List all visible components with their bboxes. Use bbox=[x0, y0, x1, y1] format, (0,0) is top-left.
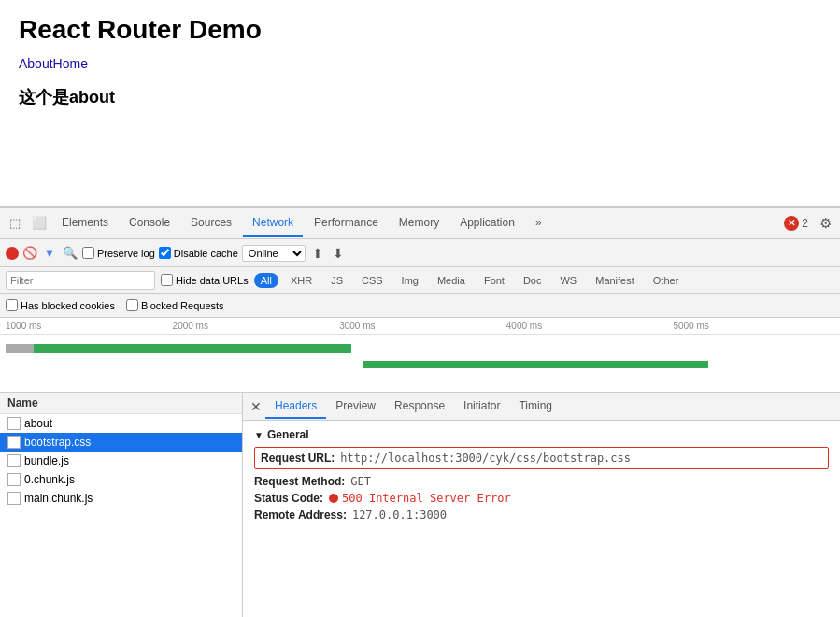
triangle-icon: ▼ bbox=[254, 430, 263, 440]
search-icon[interactable]: 🔍 bbox=[62, 245, 78, 262]
list-item[interactable]: bootstrap.css bbox=[0, 433, 242, 452]
stop-button[interactable]: 🚫 bbox=[22, 246, 37, 261]
list-item[interactable]: main.chunk.js bbox=[0, 489, 242, 508]
request-url-row: Request URL: http://localhost:3000/cyk/c… bbox=[254, 447, 829, 469]
settings-icon[interactable]: ⚙ bbox=[814, 212, 836, 235]
filter-media-button[interactable]: Media bbox=[431, 273, 472, 288]
request-tabs: ✕ Headers Preview Response Initiator Tim… bbox=[243, 393, 840, 421]
file-list-panel: Name about bootstrap.css bundle.js 0.ch bbox=[0, 393, 243, 617]
filter-img-button[interactable]: Img bbox=[395, 273, 425, 288]
blocked-requests-checkbox[interactable] bbox=[126, 299, 138, 311]
list-item[interactable]: bundle.js bbox=[0, 452, 242, 470]
split-panel: Name about bootstrap.css bundle.js 0.ch bbox=[0, 393, 840, 617]
hide-data-urls-text: Hide data URLs bbox=[176, 275, 249, 286]
timeline-bar-row-1 bbox=[6, 344, 840, 353]
filter-css-button[interactable]: CSS bbox=[355, 273, 390, 288]
filter-ws-button[interactable]: WS bbox=[553, 273, 583, 288]
file-name: about bbox=[24, 417, 52, 430]
preserve-log-label[interactable]: Preserve log bbox=[82, 247, 155, 259]
ruler-mark-2: 2000 ms bbox=[173, 321, 340, 331]
request-method-label: Request Method: bbox=[254, 475, 345, 488]
tab-network[interactable]: Network bbox=[243, 210, 303, 237]
filter-input[interactable] bbox=[6, 271, 155, 290]
status-code-row: Status Code: 500 Internal Server Error bbox=[254, 492, 829, 505]
filter-font-button[interactable]: Font bbox=[477, 273, 511, 288]
file-name: main.chunk.js bbox=[24, 492, 93, 505]
remote-address-label: Remote Address: bbox=[254, 509, 347, 522]
request-panel: ✕ Headers Preview Response Initiator Tim… bbox=[243, 393, 840, 617]
file-icon bbox=[7, 454, 21, 467]
general-section-title: ▼ General bbox=[254, 428, 829, 441]
hide-data-urls-label[interactable]: Hide data URLs bbox=[161, 274, 249, 286]
home-link[interactable]: Home bbox=[53, 56, 88, 71]
error-circle-icon: ✕ bbox=[784, 216, 799, 231]
record-button[interactable] bbox=[6, 247, 19, 260]
page-title: React Router Demo bbox=[19, 15, 821, 45]
request-method-row: Request Method: GET bbox=[254, 475, 829, 488]
bar-green bbox=[34, 344, 351, 353]
hide-data-urls-checkbox[interactable] bbox=[161, 274, 173, 286]
body-text: 这个是about bbox=[19, 86, 821, 108]
filter-doc-button[interactable]: Doc bbox=[517, 273, 548, 288]
req-tab-timing[interactable]: Timing bbox=[509, 395, 562, 419]
ruler-mark-5: 5000 ms bbox=[673, 321, 840, 331]
blocked-requests-label[interactable]: Blocked Requests bbox=[126, 299, 224, 311]
req-tab-preview[interactable]: Preview bbox=[326, 395, 385, 419]
tab-more[interactable]: » bbox=[526, 210, 551, 237]
status-code-value: 500 Internal Server Error bbox=[342, 492, 511, 505]
tab-elements[interactable]: Elements bbox=[52, 210, 118, 237]
ruler-mark-3: 3000 ms bbox=[339, 321, 506, 331]
file-name: bundle.js bbox=[24, 454, 69, 467]
has-blocked-cookies-label[interactable]: Has blocked cookies bbox=[6, 299, 115, 311]
file-list-header: Name bbox=[0, 393, 242, 414]
status-dot-icon bbox=[329, 494, 338, 503]
preserve-log-checkbox[interactable] bbox=[82, 247, 94, 259]
second-row-bar bbox=[363, 361, 708, 368]
req-tab-response[interactable]: Response bbox=[385, 395, 454, 419]
has-blocked-cookies-checkbox[interactable] bbox=[6, 299, 18, 311]
file-list-body: about bootstrap.css bundle.js 0.chunk.js… bbox=[0, 414, 242, 617]
inspect-element-icon[interactable]: ⬚ bbox=[4, 212, 26, 235]
blocked-requests-text: Blocked Requests bbox=[141, 300, 224, 311]
nav-links: About Home bbox=[19, 56, 821, 71]
export-icon[interactable]: ⬇ bbox=[330, 245, 347, 262]
import-icon[interactable]: ⬆ bbox=[309, 245, 326, 262]
tab-sources[interactable]: Sources bbox=[181, 210, 241, 237]
bar-gray bbox=[6, 344, 34, 353]
error-badge: ✕ 2 bbox=[784, 216, 808, 231]
tab-console[interactable]: Console bbox=[120, 210, 179, 237]
list-item[interactable]: about bbox=[0, 414, 242, 433]
file-icon bbox=[7, 473, 21, 486]
req-tab-initiator[interactable]: Initiator bbox=[454, 395, 509, 419]
file-icon bbox=[7, 492, 21, 505]
list-item[interactable]: 0.chunk.js bbox=[0, 470, 242, 489]
general-section-label: General bbox=[267, 428, 309, 441]
disable-cache-label[interactable]: Disable cache bbox=[159, 247, 238, 259]
has-blocked-cookies-text: Has blocked cookies bbox=[21, 300, 115, 311]
devtools-tab-bar: ⬚ ⬜ Elements Console Sources Network Per… bbox=[0, 208, 840, 239]
file-icon bbox=[7, 436, 21, 449]
file-name: bootstrap.css bbox=[24, 436, 91, 449]
filter-icon[interactable]: ▼ bbox=[41, 245, 58, 262]
about-link[interactable]: About bbox=[19, 56, 53, 71]
close-panel-button[interactable]: ✕ bbox=[247, 397, 265, 416]
throttle-select[interactable]: Online Fast 3G Slow 3G Offline bbox=[242, 245, 306, 262]
filter-xhr-button[interactable]: XHR bbox=[284, 273, 319, 288]
tab-application[interactable]: Application bbox=[450, 210, 524, 237]
disable-cache-checkbox[interactable] bbox=[159, 247, 171, 259]
tab-memory[interactable]: Memory bbox=[390, 210, 448, 237]
disable-cache-text: Disable cache bbox=[174, 248, 238, 259]
remote-address-row: Remote Address: 127.0.0.1:3000 bbox=[254, 509, 829, 522]
filter-other-button[interactable]: Other bbox=[647, 273, 686, 288]
filter-js-button[interactable]: JS bbox=[324, 273, 349, 288]
request-body: ▼ General Request URL: http://localhost:… bbox=[243, 421, 840, 617]
cookies-bar: Has blocked cookies Blocked Requests bbox=[0, 294, 840, 318]
tab-performance[interactable]: Performance bbox=[305, 210, 388, 237]
filter-bar: Hide data URLs All XHR JS CSS Img Media … bbox=[0, 267, 840, 294]
device-toolbar-icon[interactable]: ⬜ bbox=[28, 212, 50, 235]
filter-manifest-button[interactable]: Manifest bbox=[589, 273, 641, 288]
devtools-panel: ⬚ ⬜ Elements Console Sources Network Per… bbox=[0, 206, 840, 617]
timeline-ruler: 1000 ms 2000 ms 3000 ms 4000 ms 5000 ms bbox=[0, 318, 840, 335]
req-tab-headers[interactable]: Headers bbox=[265, 395, 326, 419]
filter-all-button[interactable]: All bbox=[254, 273, 278, 288]
